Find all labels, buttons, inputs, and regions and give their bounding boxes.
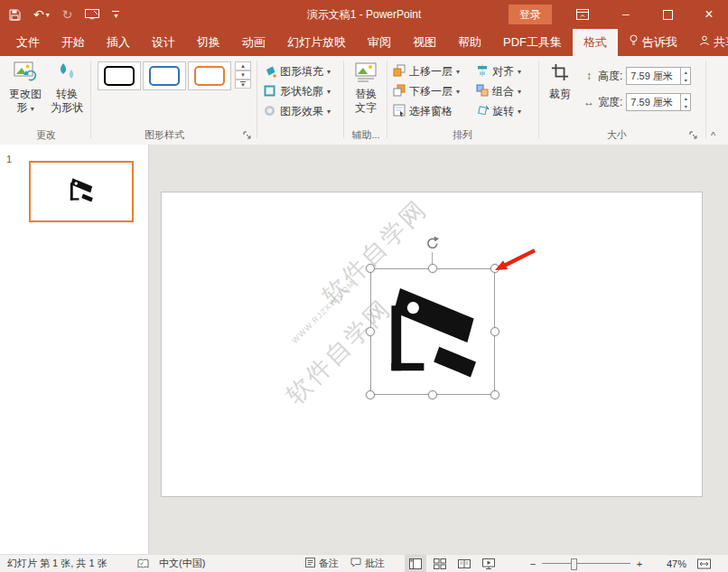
shape-outline-button[interactable]: 形状轮廓▾ (260, 82, 333, 101)
quick-access-toolbar: ↶▾ ↻ ▾ (9, 0, 119, 29)
send-backward-icon (393, 84, 406, 99)
comments-icon (350, 558, 361, 569)
alt-text-button[interactable]: 替换 文字 (346, 59, 386, 115)
selection-handle-top-center[interactable] (428, 264, 437, 273)
undo-button[interactable]: ↶▾ (33, 7, 50, 22)
selection-handle-bottom-right[interactable] (490, 390, 499, 399)
align-button[interactable]: 对齐▾ (473, 62, 524, 81)
tab-pdf-tools[interactable]: PDF工具集 (492, 29, 573, 56)
width-spin-up-icon[interactable]: ▴ (681, 94, 690, 102)
gallery-more-button[interactable]: ▼ (235, 80, 251, 89)
shape-style-orange[interactable] (188, 61, 231, 90)
shape-style-black[interactable] (98, 61, 141, 90)
language-status[interactable]: 中文(中国) (159, 555, 205, 572)
editing-canvas[interactable]: 软件自学网 WWW.RJZXW.COM 软件自学网 (149, 145, 728, 555)
width-spin-down-icon[interactable]: ▾ (681, 102, 690, 110)
slide-info[interactable]: 幻灯片 第 1 张, 共 1 张 (7, 555, 107, 572)
login-button[interactable]: 登录 (509, 5, 552, 24)
view-slide-sorter-button[interactable] (429, 555, 451, 572)
selection-pane-button[interactable]: 选择窗格 (390, 102, 455, 121)
tab-view[interactable]: 视图 (402, 29, 447, 56)
convert-to-shape-icon (47, 59, 87, 86)
gallery-scroll-down-button[interactable]: ▼ (235, 70, 251, 80)
view-normal-button[interactable] (405, 555, 426, 572)
rotate-button[interactable]: 旋转▾ (473, 102, 524, 121)
width-row: ↔ 宽度: ▴▾ (583, 93, 691, 111)
selection-handle-top-left[interactable] (366, 264, 375, 273)
zoom-slider-thumb[interactable] (571, 558, 577, 570)
send-backward-button[interactable]: 下移一层▾ (390, 82, 462, 101)
dialog-launcher-icon[interactable] (242, 130, 253, 141)
selection-handle-bottom-center[interactable] (428, 390, 437, 399)
view-slideshow-button[interactable] (478, 555, 499, 572)
width-stepper[interactable]: ▴▾ (626, 93, 691, 111)
crop-icon (542, 59, 578, 86)
width-label: 宽度: (598, 95, 622, 110)
statusbar: 幻灯片 第 1 张, 共 1 张 中文(中国) 备注 批注 − + 47% (0, 554, 728, 572)
camera-shape-thumbnail (67, 175, 96, 208)
align-icon (476, 64, 489, 80)
share-button[interactable]: 共享 (688, 29, 728, 56)
start-presentation-icon[interactable] (85, 9, 99, 20)
zoom-in-button[interactable]: + (634, 555, 645, 572)
ribbon-display-options-icon[interactable] (567, 0, 598, 29)
shape-effects-button[interactable]: 图形效果▾ (260, 102, 333, 121)
tab-transitions[interactable]: 切换 (186, 29, 231, 56)
lightbulb-icon (629, 29, 639, 56)
slide-thumbnail[interactable] (29, 161, 134, 222)
dropdown-icon: ▾ (518, 68, 521, 76)
customize-qat-icon[interactable]: ▾ (112, 11, 119, 18)
zoom-out-button[interactable]: − (527, 555, 538, 572)
height-spin-up-icon[interactable]: ▴ (681, 68, 690, 76)
view-reading-button[interactable] (453, 555, 475, 572)
save-icon[interactable] (9, 9, 21, 21)
shape-fill-button[interactable]: 图形填充▾ (260, 62, 333, 81)
group-label-change: 更改 (2, 128, 90, 142)
height-input[interactable] (627, 69, 680, 83)
dialog-launcher-icon[interactable] (688, 130, 699, 141)
spellcheck-icon[interactable] (137, 555, 149, 572)
tab-animations[interactable]: 动画 (231, 29, 276, 56)
notes-button[interactable]: 备注 (305, 555, 339, 572)
tab-file[interactable]: 文件 (5, 29, 51, 56)
redo-icon[interactable]: ↻ (62, 7, 73, 22)
group-button[interactable]: 组合▾ (473, 82, 524, 101)
fit-slide-to-window-button[interactable] (697, 555, 711, 572)
selection-handle-middle-left[interactable] (366, 327, 375, 336)
close-button[interactable]: × (690, 0, 728, 29)
shape-outline-icon (263, 84, 276, 100)
maximize-button[interactable] (649, 0, 686, 29)
rotation-handle[interactable] (425, 235, 441, 255)
tab-format[interactable]: 格式 (573, 29, 618, 56)
tab-tell-me[interactable]: 告诉我 (618, 29, 688, 56)
dropdown-icon: ▾ (456, 88, 460, 96)
slides-panel: 1 (0, 145, 149, 555)
crop-button[interactable]: 裁剪 (542, 59, 578, 101)
zoom-percentage[interactable]: 47% (667, 555, 686, 572)
height-stepper[interactable]: ▴▾ (626, 67, 691, 85)
height-spin-down-icon[interactable]: ▾ (681, 76, 690, 84)
bring-forward-icon (393, 64, 406, 80)
undo-dropdown-icon[interactable]: ▾ (46, 11, 50, 19)
tab-slideshow[interactable]: 幻灯片放映 (276, 29, 357, 56)
width-input[interactable] (627, 95, 680, 109)
collapse-ribbon-button[interactable]: ^ (711, 130, 715, 141)
minimize-button[interactable]: ─ (607, 0, 645, 29)
tab-design[interactable]: 设计 (141, 29, 186, 56)
tab-help[interactable]: 帮助 (447, 29, 492, 56)
share-person-icon (699, 29, 710, 56)
comments-button[interactable]: 批注 (350, 555, 385, 572)
shape-fill-icon (263, 64, 276, 80)
zoom-slider[interactable] (542, 563, 630, 564)
tab-review[interactable]: 审阅 (357, 29, 402, 56)
selection-handle-bottom-left[interactable] (366, 390, 375, 399)
dropdown-icon: ▾ (31, 105, 34, 113)
change-shape-button[interactable]: 更改图 形 ▾ (5, 59, 45, 116)
shape-style-blue[interactable] (143, 61, 186, 90)
tab-home[interactable]: 开始 (51, 29, 96, 56)
gallery-scroll-up-button[interactable]: ▲ (235, 61, 251, 70)
tab-insert[interactable]: 插入 (96, 29, 141, 56)
bring-forward-button[interactable]: 上移一层▾ (390, 62, 462, 81)
convert-to-shape-button[interactable]: 转换 为形状 (47, 59, 87, 115)
selection-handle-middle-right[interactable] (490, 327, 499, 336)
